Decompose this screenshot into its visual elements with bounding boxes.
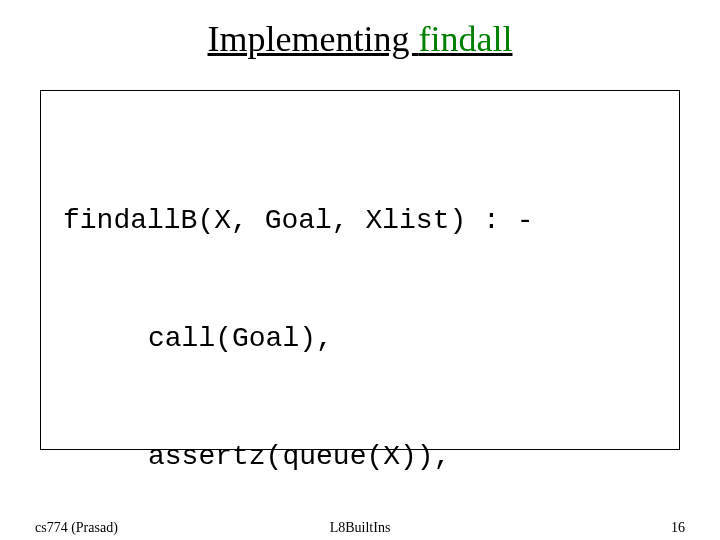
title-part1: Implementing [208,19,419,59]
code-line-2: call(Goal), [63,319,657,358]
code-block: findallB(X, Goal, Xlist) : - call(Goal),… [63,123,657,540]
slide-title: Implementing findall [0,0,720,60]
title-part2: findall [418,19,512,59]
code-container: findallB(X, Goal, Xlist) : - call(Goal),… [40,90,680,450]
footer-author: cs774 (Prasad) [35,520,118,536]
code-line-3: assertz(queue(X)), [63,437,657,476]
footer-lecture: L8BuiltIns [330,520,391,536]
slide-number: 16 [671,520,685,536]
code-line-1: findallB(X, Goal, Xlist) : - [63,201,657,240]
